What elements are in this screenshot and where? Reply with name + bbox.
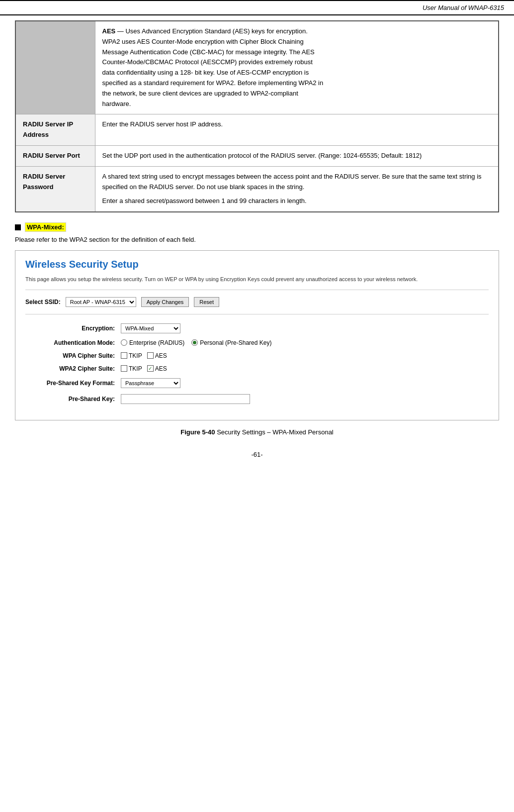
radius-password-desc: A shared text string used to encrypt mes… [95, 166, 499, 212]
wpa-mixed-label: WPA-Mixed: [25, 222, 66, 232]
wpa2-cipher-label: WPA2 Cipher Suite: [35, 365, 115, 372]
wpa2-aes-item[interactable]: AES [147, 365, 167, 372]
apply-changes-button[interactable]: Apply Changes [141, 297, 189, 307]
wpa2-aes-checkbox[interactable] [147, 365, 154, 372]
wpa-tkip-label: TKIP [129, 352, 142, 359]
figure-caption-text: Security Settings – WPA-Mixed Personal [215, 428, 334, 436]
aes-bold: AES [102, 27, 116, 35]
aes-label-cell [15, 21, 95, 114]
radius-ip-label: RADIU Server IP Address [15, 114, 95, 146]
wpa-aes-label: AES [155, 352, 167, 359]
wpa-tkip-checkbox[interactable] [121, 352, 127, 359]
auth-mode-label: Authentication Mode: [35, 339, 115, 346]
wpa2-tkip-checkbox[interactable] [121, 365, 127, 372]
radius-password-label: RADIU ServerPassword [15, 166, 95, 212]
encryption-select[interactable]: WPA-Mixed [121, 323, 180, 333]
radius-port-label: RADIU Server Port [15, 145, 95, 166]
encryption-label: Encryption: [35, 325, 115, 332]
ssid-row: Select SSID: Root AP - WNAP-6315 Apply C… [25, 297, 489, 314]
wpa-aes-checkbox[interactable] [147, 352, 154, 359]
figure-caption: Figure 5-40 Security Settings – WPA-Mixe… [15, 428, 499, 436]
form-fields: Encryption: WPA-Mixed Authentication Mod… [25, 323, 489, 404]
figure-number: Figure 5-40 [180, 428, 215, 436]
table-row-radius-ip: RADIU Server IP Address Enter the RADIUS… [15, 114, 499, 146]
auth-mode-row: Authentication Mode: Enterprise (RADIUS)… [35, 339, 489, 346]
wpa-cipher-checkboxes: TKIP AES [121, 352, 167, 359]
auth-personal-radio[interactable] [191, 339, 198, 346]
wpa-mixed-section-header: WPA-Mixed: [15, 222, 499, 232]
table-row-aes: AES — Uses Advanced Encryption Standard … [15, 21, 499, 114]
table-row-radius-port: RADIU Server Port Set the UDP port used … [15, 145, 499, 166]
security-box-title: Wireless Security Setup [25, 259, 489, 270]
auth-personal-label: Personal (Pre-Shared Key) [200, 339, 271, 346]
security-box-desc: This page allows you setup the wireless … [25, 275, 489, 290]
psk-key-input[interactable] [121, 394, 250, 404]
refer-text: Please refer to the WPA2 section for the… [15, 236, 499, 243]
wpa-tkip-item[interactable]: TKIP [121, 352, 142, 359]
psk-format-select[interactable]: Passphrase [121, 378, 180, 388]
header-title: User Manual of WNAP-6315 [423, 4, 504, 11]
auth-personal-option[interactable]: Personal (Pre-Shared Key) [191, 339, 271, 346]
wpa2-cipher-checkboxes: TKIP AES [121, 365, 167, 372]
encryption-row: Encryption: WPA-Mixed [35, 323, 489, 333]
radius-port-desc: Set the UDP port used in the authenticat… [95, 145, 499, 166]
page-header: User Manual of WNAP-6315 [0, 1, 514, 15]
auth-enterprise-label: Enterprise (RADIUS) [129, 339, 184, 346]
wpa-cipher-row: WPA Cipher Suite: TKIP AES [35, 352, 489, 359]
table-row-radius-password: RADIU ServerPassword A shared text strin… [15, 166, 499, 212]
psk-key-label: Pre-Shared Key: [35, 396, 115, 403]
wpa-cipher-label: WPA Cipher Suite: [35, 352, 115, 359]
bullet-square-icon [15, 224, 21, 230]
wpa2-aes-label: AES [155, 365, 167, 372]
radius-ip-desc: Enter the RADIUS server host IP address. [95, 114, 499, 146]
ssid-select[interactable]: Root AP - WNAP-6315 [66, 297, 136, 307]
wpa2-tkip-item[interactable]: TKIP [121, 365, 142, 372]
aes-desc-cell: AES — Uses Advanced Encryption Standard … [95, 21, 499, 114]
wpa2-cipher-row: WPA2 Cipher Suite: TKIP AES [35, 365, 489, 372]
ssid-label: Select SSID: [25, 299, 61, 305]
info-table: AES — Uses Advanced Encryption Standard … [15, 20, 499, 212]
auth-mode-radio-group: Enterprise (RADIUS) Personal (Pre-Shared… [121, 339, 271, 346]
auth-enterprise-option[interactable]: Enterprise (RADIUS) [121, 339, 184, 346]
wpa-aes-item[interactable]: AES [147, 352, 167, 359]
reset-button[interactable]: Reset [194, 297, 219, 307]
auth-enterprise-radio[interactable] [121, 339, 127, 346]
wpa2-tkip-label: TKIP [129, 365, 142, 372]
psk-format-label: Pre-Shared Key Format: [35, 380, 115, 387]
psk-key-row: Pre-Shared Key: [35, 394, 489, 404]
page-number: -61- [15, 451, 499, 463]
security-setup-box: Wireless Security Setup This page allows… [15, 250, 499, 420]
psk-format-row: Pre-Shared Key Format: Passphrase [35, 378, 489, 388]
